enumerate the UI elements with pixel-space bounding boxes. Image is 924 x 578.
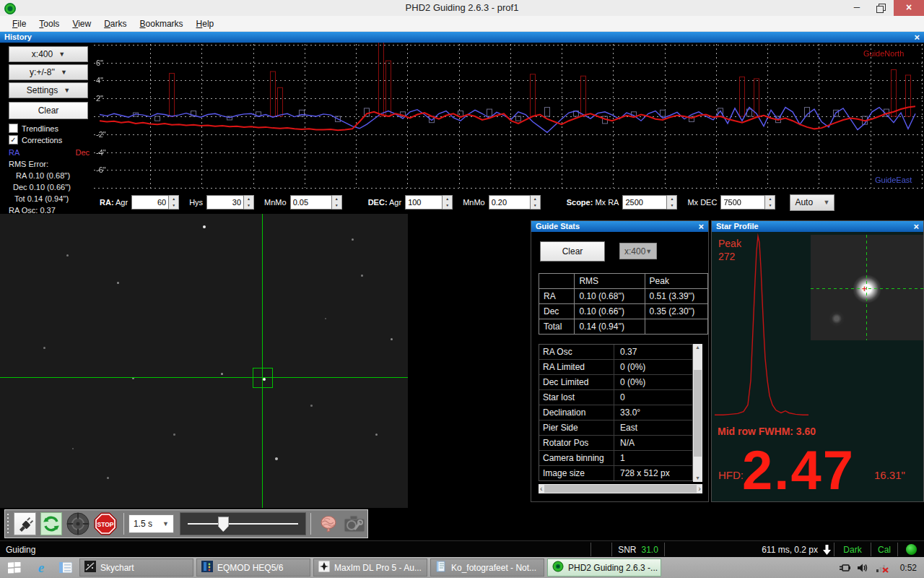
history-sidebar: x:400▼ y:+/-8''▼ Settings▼ Clear Trendli… — [0, 43, 94, 214]
dec-guide-mode-dropdown[interactable]: Auto▼ — [790, 194, 834, 211]
scroll-down-icon[interactable]: ▼ — [695, 475, 700, 482]
internet-explorer-launcher[interactable]: e — [29, 557, 53, 578]
param-input-agr[interactable] — [405, 195, 443, 210]
spin-down-icon[interactable]: ▼ — [169, 202, 178, 209]
star-point — [221, 373, 223, 375]
eqmod-icon — [201, 561, 213, 574]
minimize-button[interactable]: – — [845, 0, 869, 16]
spin-up-icon[interactable]: ▲ — [244, 196, 253, 202]
star-point — [66, 254, 69, 256]
spin-up-icon[interactable]: ▲ — [765, 196, 775, 202]
stretch-slider[interactable] — [180, 512, 306, 535]
svg-text:STOP: STOP — [97, 521, 114, 528]
param-input-agr[interactable] — [131, 195, 169, 210]
scrollbar-thumb[interactable] — [544, 485, 697, 493]
restore-button[interactable] — [869, 0, 894, 16]
network-tray-icon[interactable] — [876, 563, 889, 573]
guide-camera-image[interactable] — [0, 214, 408, 508]
trendlines-checkbox-row[interactable]: Trendlines — [9, 124, 58, 133]
menu-item-bookmarks[interactable]: Bookmarks — [134, 17, 190, 30]
param-input-mnmo[interactable] — [489, 195, 531, 210]
spin-down-icon[interactable]: ▼ — [765, 202, 775, 209]
trendlines-checkbox[interactable] — [9, 124, 18, 133]
param-input-hys[interactable] — [206, 195, 244, 210]
spin-down-icon[interactable]: ▼ — [667, 202, 676, 209]
notepad-icon — [435, 561, 447, 574]
toolbar-grip[interactable] — [7, 514, 9, 534]
param-input-mx-ra[interactable] — [622, 195, 667, 210]
guide-stats-info-list: RA Osc0.37RA Limited0 (0%)Dec Limited0 (… — [539, 344, 693, 481]
close-button[interactable]: × — [894, 0, 924, 16]
star-point — [43, 347, 45, 349]
scroll-up-icon[interactable]: ▲ — [695, 344, 700, 351]
connect-equipment-button[interactable] — [14, 512, 35, 535]
scroll-right-icon[interactable]: › — [698, 484, 701, 493]
history-panel: History × x:400▼ y:+/-8''▼ Settings▼ Cle… — [0, 32, 924, 214]
info-row-dec-limited: Dec Limited0 (0%) — [539, 375, 692, 390]
slider-thumb[interactable] — [218, 517, 229, 532]
guide-stats-scale-dropdown[interactable]: x:400▼ — [619, 243, 657, 259]
phd2-application-window: PHD2 Guiding 2.6.3 - prof1 – × FileTools… — [0, 0, 924, 578]
taskbar-clock[interactable]: 0:52 — [900, 563, 917, 573]
history-close-icon[interactable]: × — [914, 33, 920, 42]
spin-down-icon[interactable]: ▼ — [531, 202, 540, 209]
status-snr: SNR 31.0 — [612, 541, 664, 558]
param-input-mx-dec[interactable] — [720, 195, 765, 210]
spin-up-icon[interactable]: ▲ — [332, 196, 341, 202]
crosshair-vertical-line — [262, 214, 263, 508]
x-scale-dropdown[interactable]: x:400▼ — [9, 46, 88, 62]
y-scale-dropdown[interactable]: y:+/-8''▼ — [9, 64, 88, 80]
spin-up-icon[interactable]: ▲ — [443, 196, 452, 202]
menu-item-file[interactable]: File — [6, 17, 32, 30]
chevron-down-icon: ▼ — [64, 87, 70, 94]
exposure-duration-dropdown[interactable]: 1.5 s ▼ — [128, 514, 174, 533]
spin-up-icon[interactable]: ▲ — [667, 196, 676, 202]
chevron-down-icon: ▼ — [645, 248, 652, 255]
taskbar-button-3[interactable]: MaxIm DL Pro 5 - Au... — [313, 558, 427, 577]
spin-down-icon[interactable]: ▼ — [244, 202, 253, 209]
menu-item-darks[interactable]: Darks — [97, 17, 133, 30]
menu-item-help[interactable]: Help — [190, 17, 221, 30]
stop-button[interactable]: STOP — [94, 512, 117, 535]
clear-history-button[interactable]: Clear — [9, 102, 88, 119]
advanced-settings-button[interactable] — [318, 512, 339, 535]
power-plug-tray-icon[interactable] — [839, 563, 850, 573]
star-point — [275, 457, 278, 460]
taskbar-button-1[interactable]: Skychart — [79, 558, 193, 577]
spin-up-icon[interactable]: ▲ — [531, 196, 540, 202]
speaker-tray-icon[interactable] — [858, 563, 868, 573]
guide-east-label: GuideEast — [875, 176, 912, 184]
rms-error-header: RMS Error: — [9, 160, 90, 168]
taskbar-button-5[interactable]: PHD2 Guiding 2.6.3 -... — [547, 558, 661, 577]
guide-stats-close-icon[interactable]: × — [698, 222, 704, 231]
auto-select-star-button[interactable] — [66, 512, 90, 535]
spin-down-icon[interactable]: ▼ — [443, 202, 452, 209]
connection-status-cell — [898, 541, 924, 558]
scrollbar-thumb[interactable] — [694, 370, 702, 457]
taskbar-button-2[interactable]: EQMOD HEQ5/6 — [196, 558, 310, 577]
star-profile-close-icon[interactable]: × — [913, 222, 919, 231]
star-point — [203, 225, 206, 228]
stop-sign-icon: STOP — [94, 512, 117, 535]
menu-item-view[interactable]: View — [66, 17, 97, 30]
usb-plug-icon — [17, 515, 34, 532]
menu-item-tools[interactable]: Tools — [32, 17, 66, 30]
taskbar-button-4[interactable]: Ko_fotografeet - Not... — [430, 558, 544, 577]
system-tray: 0:52 — [839, 563, 924, 573]
scroll-left-icon[interactable]: ‹ — [540, 484, 543, 493]
corrections-checkbox[interactable]: ✓ — [9, 135, 18, 144]
vertical-scrollbar[interactable]: ▲ ▼ — [693, 344, 702, 482]
start-button[interactable] — [0, 557, 29, 578]
loop-exposures-button[interactable] — [40, 512, 62, 535]
spin-up-icon[interactable]: ▲ — [169, 196, 178, 202]
corrections-checkbox-row[interactable]: ✓ Corrections — [9, 135, 62, 144]
param-input-mnmo[interactable] — [290, 195, 332, 210]
camera-settings-button[interactable] — [344, 512, 365, 535]
file-explorer-launcher[interactable] — [53, 557, 78, 578]
guide-star-lock-box — [253, 368, 273, 388]
horizontal-scrollbar[interactable]: ‹ › — [539, 484, 702, 493]
guide-stats-clear-button[interactable]: Clear — [540, 241, 605, 262]
spin-down-icon[interactable]: ▼ — [332, 202, 341, 209]
star-centroid-marker: + — [862, 284, 867, 294]
settings-dropdown[interactable]: Settings▼ — [9, 82, 88, 98]
